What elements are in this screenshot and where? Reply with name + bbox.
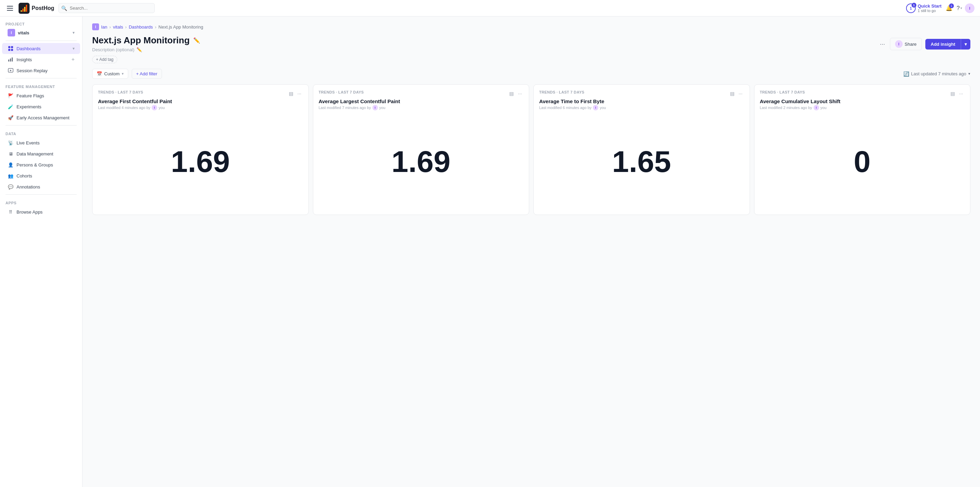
add-filter-button[interactable]: + Add filter (132, 69, 162, 79)
card-avatar-avg-lcp: I (372, 105, 378, 110)
description-edit-icon: ✏️ (137, 47, 142, 52)
breadcrumb-dashboards[interactable]: Dashboards (129, 24, 153, 30)
breadcrumb-sep-3: › (155, 24, 156, 30)
dashboards-arrow-icon: ▾ (73, 46, 75, 51)
sidebar-item-persons-groups[interactable]: 👤 Persons & Groups (2, 159, 80, 170)
more-options-button[interactable]: ··· (878, 39, 886, 49)
feature-management-section-label: FEATURE MANAGEMENT (0, 81, 82, 90)
help-button[interactable]: ? ▾ (957, 5, 962, 11)
sidebar: PROJECT I vitals ▾ Dashboards ▾ Insights (0, 16, 83, 487)
content-inner: I Ian › vitals › Dashboards › Next.js Ap… (83, 16, 980, 222)
card-more-btn-avg-lcp[interactable]: ··· (517, 90, 523, 97)
add-insight-dropdown-icon[interactable]: ▾ (961, 39, 970, 49)
svg-rect-7 (8, 49, 10, 51)
data-section-label: DATA (0, 127, 82, 137)
share-avatar: I (895, 40, 903, 48)
search-container: 🔍 (59, 3, 155, 13)
card-subtitle-avg-ttfb: Last modified 6 minutes ago by I you (539, 105, 744, 110)
header-actions: ··· I Share Add insight ▾ (878, 38, 970, 50)
card-more-btn-avg-ttfb[interactable]: ··· (737, 90, 744, 97)
search-input[interactable] (59, 3, 155, 13)
project-section-label: PROJECT (0, 19, 82, 27)
menu-button[interactable] (5, 5, 14, 12)
notifications-button[interactable]: 🔔 1 (944, 3, 954, 13)
breadcrumb-vitals[interactable]: vitals (113, 24, 123, 30)
app-container: PostHog 🔍 1 1 Quick Start 1 still to go … (0, 0, 980, 487)
card-actions-avg-ttfb: ▤ ··· (729, 90, 744, 97)
svg-rect-4 (26, 5, 27, 12)
add-tag-button[interactable]: + Add tag (92, 56, 117, 63)
card-more-btn-avg-cls[interactable]: ··· (958, 90, 964, 97)
date-range-button[interactable]: 📅 Custom ▾ (92, 69, 128, 79)
svg-rect-11 (12, 57, 13, 62)
data-management-icon: 🖥 (8, 151, 14, 157)
topbar: PostHog 🔍 1 1 Quick Start 1 still to go … (0, 0, 980, 16)
card-actions-avg-cls: ▤ ··· (949, 90, 964, 97)
svg-rect-9 (8, 59, 9, 62)
experiments-label: Experiments (16, 104, 75, 109)
sidebar-item-browse-apps[interactable]: ⠿ Browse Apps (2, 206, 80, 217)
card-table-icon-avg-ttfb[interactable]: ▤ (729, 90, 736, 97)
sidebar-item-live-events[interactable]: 📡 Live Events (2, 137, 80, 148)
sidebar-item-cohorts[interactable]: 👥 Cohorts (2, 170, 80, 181)
card-table-icon-avg-cls[interactable]: ▤ (949, 90, 956, 97)
sidebar-item-annotations[interactable]: 💬 Annotations (2, 181, 80, 192)
quick-start-button[interactable]: 1 1 Quick Start 1 still to go (906, 3, 942, 13)
sidebar-item-data-management[interactable]: 🖥 Data Management (2, 148, 80, 159)
card-actions-avg-fcp: ▤ ··· (288, 90, 303, 97)
session-replay-icon (8, 67, 14, 73)
share-label: Share (905, 41, 917, 47)
svg-rect-6 (11, 46, 13, 48)
card-table-icon-avg-fcp[interactable]: ▤ (288, 90, 295, 97)
page-title-section: Next.js App Monitoring ✏️ Description (o… (92, 35, 200, 63)
add-insight-label: Add insight (925, 39, 961, 49)
breadcrumb-avatar: I (92, 23, 99, 30)
user-avatar-button[interactable]: I (965, 3, 975, 13)
insights-icon (8, 56, 14, 63)
page-description[interactable]: Description (optional) ✏️ (92, 47, 200, 52)
card-value-avg-fcp: 1.69 (98, 114, 303, 209)
insights-add-icon: + (72, 56, 75, 63)
feature-flags-icon: 🚩 (8, 92, 14, 99)
svg-rect-5 (8, 46, 10, 48)
card-value-avg-cls: 0 (760, 114, 965, 209)
breadcrumb-current: Next.js App Monitoring (159, 24, 203, 30)
sidebar-item-dashboards[interactable]: Dashboards ▾ (2, 43, 80, 54)
card-more-btn-avg-fcp[interactable]: ··· (296, 90, 303, 97)
card-meta-avg-lcp: TRENDS · LAST 7 DAYS (319, 90, 364, 94)
card-value-avg-ttfb: 1.65 (539, 114, 744, 209)
last-updated[interactable]: 🔄 Last updated 7 minutes ago ▾ (903, 71, 970, 77)
card-table-icon-avg-lcp[interactable]: ▤ (508, 90, 515, 97)
sidebar-item-feature-flags[interactable]: 🚩 Feature Flags (2, 90, 80, 101)
sidebar-item-experiments[interactable]: 🧪 Experiments (2, 101, 80, 112)
dashboards-label: Dashboards (16, 46, 70, 51)
search-icon: 🔍 (61, 5, 67, 11)
project-dropdown-icon: ▾ (73, 30, 75, 35)
share-button[interactable]: I Share (890, 38, 922, 50)
card-avatar-avg-cls: I (814, 105, 819, 110)
project-selector[interactable]: I vitals ▾ (2, 27, 80, 38)
svg-rect-8 (11, 49, 13, 51)
refresh-icon: 🔄 (903, 71, 909, 77)
card-actions-avg-lcp: ▤ ··· (508, 90, 523, 97)
card-subtitle-avg-fcp: Last modified 4 minutes ago by I you (98, 105, 303, 110)
card-header-avg-fcp: TRENDS · LAST 7 DAYS ▤ ··· (98, 90, 303, 97)
sidebar-item-insights[interactable]: Insights + (2, 54, 80, 65)
apps-section-label: APPS (0, 197, 82, 206)
sidebar-divider-4 (5, 194, 77, 195)
breadcrumb-ian[interactable]: Ian (101, 24, 107, 30)
add-insight-button[interactable]: Add insight ▾ (925, 39, 971, 49)
sidebar-divider-3 (5, 125, 77, 126)
card-meta-avg-cls: TRENDS · LAST 7 DAYS (760, 90, 805, 94)
page-title: Next.js App Monitoring ✏️ (92, 35, 200, 46)
live-events-label: Live Events (16, 140, 75, 145)
cohorts-icon: 👥 (8, 173, 14, 179)
annotations-label: Annotations (16, 185, 75, 189)
card-subtitle-avg-cls: Last modified 2 minutes ago by I you (760, 105, 965, 110)
browse-apps-icon: ⠿ (8, 209, 14, 215)
dashboard-grid: TRENDS · LAST 7 DAYS ▤ ··· Average First… (92, 84, 970, 215)
sidebar-item-session-replay[interactable]: Session Replay (2, 65, 80, 76)
sidebar-item-early-access[interactable]: 🚀 Early Access Management (2, 112, 80, 123)
title-edit-icon[interactable]: ✏️ (193, 37, 200, 44)
persons-groups-label: Persons & Groups (16, 162, 75, 167)
